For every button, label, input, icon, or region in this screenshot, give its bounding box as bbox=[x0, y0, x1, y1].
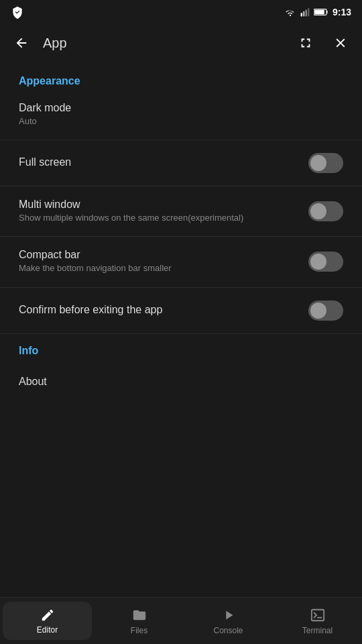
console-icon bbox=[221, 607, 237, 623]
nav-terminal[interactable]: Terminal bbox=[273, 598, 362, 644]
svg-rect-0 bbox=[301, 13, 302, 16]
confirm-exit-slider bbox=[308, 301, 343, 321]
console-label: Console bbox=[213, 626, 243, 635]
multi-window-text: Multi window Show multiple windows on th… bbox=[19, 199, 308, 224]
confirm-exit-title: Confirm before exiting the app bbox=[19, 304, 308, 316]
svg-rect-5 bbox=[314, 10, 324, 15]
compact-bar-text: Compact bar Make the bottom navigation b… bbox=[19, 249, 308, 274]
full-screen-slider bbox=[308, 153, 343, 173]
compact-bar-item[interactable]: Compact bar Make the bottom navigation b… bbox=[0, 239, 362, 284]
status-right-icons: 9:13 bbox=[284, 7, 351, 17]
confirm-exit-toggle[interactable] bbox=[308, 301, 343, 321]
confirm-exit-item[interactable]: Confirm before exiting the app bbox=[0, 290, 362, 331]
svg-rect-1 bbox=[303, 11, 304, 17]
svg-rect-3 bbox=[308, 8, 309, 16]
compact-bar-title: Compact bar bbox=[19, 249, 308, 261]
appearance-section-header: Appearance bbox=[0, 67, 362, 93]
divider-5 bbox=[0, 333, 362, 334]
multi-window-item[interactable]: Multi window Show multiple windows on th… bbox=[0, 189, 362, 233]
compact-bar-subtitle: Make the bottom navigation bar smaller bbox=[19, 262, 308, 274]
full-screen-text: Full screen bbox=[19, 156, 308, 170]
dark-mode-title: Dark mode bbox=[19, 102, 343, 114]
svg-rect-6 bbox=[311, 609, 323, 621]
editor-icon bbox=[40, 607, 56, 623]
files-icon bbox=[131, 607, 147, 623]
divider-2 bbox=[0, 186, 362, 186]
divider-4 bbox=[0, 287, 362, 288]
close-button[interactable] bbox=[327, 30, 354, 56]
battery-icon bbox=[314, 8, 328, 16]
back-button[interactable] bbox=[8, 30, 35, 56]
status-bar: 9:13 bbox=[0, 0, 362, 24]
editor-label: Editor bbox=[37, 625, 58, 635]
top-nav: App bbox=[0, 24, 362, 62]
signal-icon bbox=[300, 7, 310, 17]
multi-window-subtitle: Show multiple windows on the same screen… bbox=[19, 212, 308, 224]
settings-content: Appearance Dark mode Auto Full screen Mu… bbox=[0, 62, 362, 597]
compact-bar-slider bbox=[308, 252, 343, 272]
shield-icon bbox=[11, 5, 24, 19]
expand-button[interactable] bbox=[292, 30, 319, 56]
multi-window-title: Multi window bbox=[19, 199, 308, 211]
status-time: 9:13 bbox=[333, 7, 351, 17]
nav-editor[interactable]: Editor bbox=[3, 602, 92, 640]
files-label: Files bbox=[131, 626, 147, 635]
status-left-icons bbox=[11, 5, 24, 19]
wifi-icon bbox=[284, 7, 296, 17]
back-icon bbox=[14, 36, 29, 50]
about-item[interactable]: About bbox=[0, 362, 362, 402]
dark-mode-text: Dark mode Auto bbox=[19, 102, 343, 127]
about-text: About bbox=[19, 376, 343, 389]
info-section-header: Info bbox=[0, 337, 362, 362]
terminal-icon bbox=[310, 607, 326, 623]
bottom-nav: Editor Files Console Terminal bbox=[0, 597, 362, 644]
nav-files[interactable]: Files bbox=[95, 598, 184, 644]
divider-1 bbox=[0, 140, 362, 140]
nav-console[interactable]: Console bbox=[184, 598, 273, 644]
multi-window-toggle[interactable] bbox=[308, 201, 343, 221]
expand-icon bbox=[298, 36, 313, 50]
divider-3 bbox=[0, 236, 362, 237]
dark-mode-item[interactable]: Dark mode Auto bbox=[0, 93, 362, 137]
dark-mode-subtitle: Auto bbox=[19, 115, 343, 127]
full-screen-title: Full screen bbox=[19, 156, 308, 168]
full-screen-item[interactable]: Full screen bbox=[0, 143, 362, 183]
terminal-label: Terminal bbox=[302, 626, 333, 635]
full-screen-toggle[interactable] bbox=[308, 153, 343, 173]
compact-bar-toggle[interactable] bbox=[308, 252, 343, 272]
page-title: App bbox=[43, 36, 284, 51]
svg-rect-2 bbox=[306, 10, 307, 17]
confirm-exit-text: Confirm before exiting the app bbox=[19, 304, 308, 317]
about-title: About bbox=[19, 376, 343, 388]
close-icon bbox=[333, 36, 348, 50]
multi-window-slider bbox=[308, 201, 343, 221]
